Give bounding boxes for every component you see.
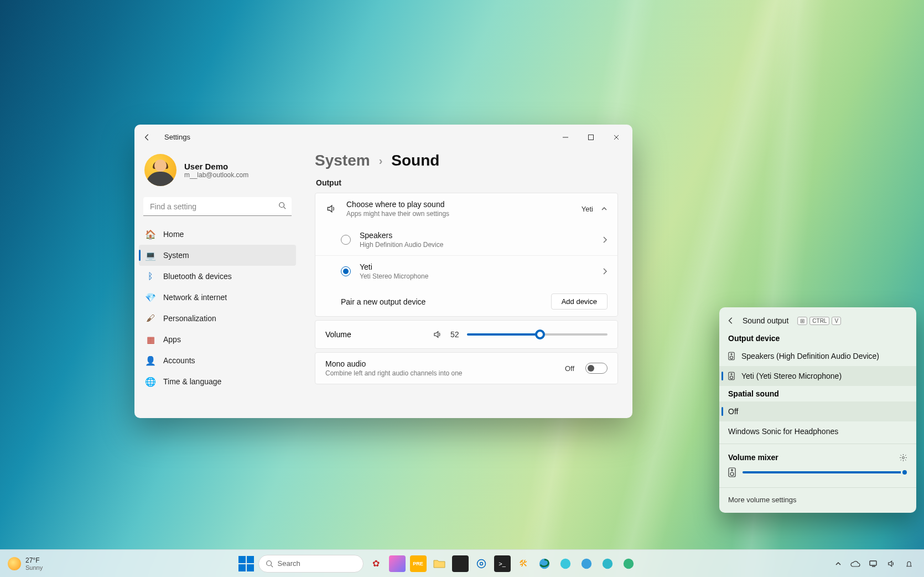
volume-label: Volume <box>325 330 425 339</box>
mixer-slider[interactable] <box>743 471 907 473</box>
search-icon <box>278 202 286 209</box>
network-icon[interactable] <box>868 559 880 569</box>
nav-icon: ᛒ <box>146 271 155 281</box>
speaker-icon[interactable] <box>433 329 443 339</box>
device-sub: High Definition Audio Device <box>360 241 593 249</box>
edge-icon[interactable] <box>578 555 595 572</box>
device-name: Speakers <box>360 231 593 240</box>
svg-point-14 <box>730 472 734 476</box>
edge-icon[interactable] <box>599 555 616 572</box>
search-input[interactable] <box>143 197 292 216</box>
nav-list: 🏠Home💻SystemᛒBluetooth & devices💎Network… <box>139 224 296 414</box>
sound-output-flyout: Sound output ⊞ CTRL V Output device Spea… <box>719 307 916 513</box>
weather-widget[interactable]: 27°F Sunny <box>0 557 50 571</box>
taskbar-app-icon[interactable]: PRE <box>410 555 427 572</box>
taskbar-app-icon[interactable]: ✿ <box>368 555 385 572</box>
flyout-spatial-item[interactable]: Windows Sonic for Headphones <box>719 421 916 441</box>
taskbar: 27°F Sunny Search ✿ PRE >_ 🛠 <box>0 549 924 577</box>
device-sub: Yeti Stereo Microphone <box>360 272 593 280</box>
svg-rect-25 <box>870 561 876 565</box>
taskbar-search-placeholder: Search <box>278 559 300 568</box>
radio-icon[interactable] <box>341 266 351 276</box>
maximize-button[interactable] <box>578 128 604 146</box>
win-key-icon: ⊞ <box>797 317 807 325</box>
flyout-spatial-item[interactable]: Off <box>719 401 916 421</box>
sidebar-item-personalization[interactable]: 🖌Personalization <box>139 308 296 329</box>
mono-card: Mono audio Combine left and right audio … <box>315 352 618 384</box>
flyout-spatial-label: Off <box>728 407 738 416</box>
nav-label: Apps <box>163 335 181 344</box>
volume-icon[interactable] <box>885 558 897 569</box>
svg-line-17 <box>271 565 273 567</box>
output-device-row[interactable]: Yeti Yeti Stereo Microphone <box>315 255 617 287</box>
nav-icon: 🌐 <box>146 377 155 387</box>
svg-point-7 <box>730 356 733 359</box>
sidebar: User Demo m__lab@outlook.com 🏠Home💻Syste… <box>134 150 300 418</box>
sidebar-item-network-internet[interactable]: 💎Network & internet <box>139 287 296 308</box>
flyout-back-button[interactable] <box>727 317 737 324</box>
weather-desc: Sunny <box>25 564 43 571</box>
nav-icon: ▦ <box>146 334 155 344</box>
taskbar-center: Search ✿ PRE >_ 🛠 <box>50 555 824 573</box>
svg-point-22 <box>581 558 591 568</box>
chevron-right-icon[interactable] <box>602 268 608 275</box>
sidebar-item-bluetooth-devices[interactable]: ᛒBluetooth & devices <box>139 266 296 287</box>
start-button[interactable] <box>238 556 254 571</box>
mono-toggle[interactable] <box>585 363 608 374</box>
svg-point-12 <box>902 456 905 458</box>
file-explorer-icon[interactable] <box>431 555 448 572</box>
nav-icon: 👤 <box>146 356 155 365</box>
sidebar-item-system[interactable]: 💻System <box>139 245 296 266</box>
onedrive-icon[interactable] <box>849 559 862 568</box>
sidebar-item-accounts[interactable]: 👤Accounts <box>139 350 296 371</box>
selected-output-value: Yeti <box>582 205 593 213</box>
speaker-icon <box>325 203 338 214</box>
minimize-button[interactable] <box>553 128 578 146</box>
flyout-device-item[interactable]: Yeti (Yeti Stereo Microphone) <box>719 366 916 386</box>
add-device-button[interactable]: Add device <box>551 293 608 310</box>
device-icon <box>728 372 735 380</box>
edge-icon[interactable] <box>557 555 574 572</box>
search-box[interactable] <box>143 197 292 216</box>
output-card: Choose where to play sound Apps might ha… <box>315 193 618 317</box>
mono-state: Off <box>565 364 574 373</box>
radio-icon[interactable] <box>341 235 351 245</box>
close-button[interactable] <box>604 128 629 146</box>
edge-icon[interactable] <box>536 555 553 572</box>
volume-value: 52 <box>450 330 459 339</box>
nav-label: Network & internet <box>163 293 227 302</box>
shortcut-hint: ⊞ CTRL V <box>797 317 841 325</box>
profile[interactable]: User Demo m__lab@outlook.com <box>139 150 296 194</box>
edge-icon[interactable] <box>620 555 637 572</box>
gear-icon[interactable] <box>899 454 907 462</box>
mono-sub: Combine left and right audio channels in… <box>325 369 556 377</box>
taskbar-app-icon[interactable]: 🛠 <box>515 555 532 572</box>
volume-slider[interactable] <box>467 333 608 336</box>
sun-icon <box>8 557 21 570</box>
chevron-right-icon[interactable] <box>602 236 608 243</box>
more-volume-settings[interactable]: More volume settings <box>719 490 916 509</box>
choose-output-sub: Apps might have their own settings <box>346 210 573 218</box>
pair-device-row: Pair a new output device Add device <box>315 287 617 316</box>
choose-output-row[interactable]: Choose where to play sound Apps might ha… <box>315 193 617 224</box>
tray-chevron-icon[interactable] <box>833 559 843 568</box>
taskbar-app-icon[interactable] <box>389 555 406 572</box>
back-button[interactable] <box>143 133 157 141</box>
nav-icon: 💎 <box>146 292 155 302</box>
nav-label: Bluetooth & devices <box>163 272 232 281</box>
breadcrumb-root[interactable]: System <box>315 152 370 169</box>
sidebar-item-time-language[interactable]: 🌐Time & language <box>139 371 296 392</box>
svg-point-18 <box>480 562 482 565</box>
output-device-row[interactable]: Speakers High Definition Audio Device <box>315 224 617 255</box>
sidebar-item-home[interactable]: 🏠Home <box>139 224 296 245</box>
mixer-title: Volume mixer <box>728 453 899 462</box>
volume-card: Volume 52 <box>315 320 618 349</box>
flyout-device-item[interactable]: Speakers (High Definition Audio Device) <box>719 346 916 366</box>
weather-temp: 27°F <box>25 557 43 564</box>
settings-icon[interactable] <box>473 555 490 572</box>
notifications-icon[interactable] <box>903 558 915 569</box>
terminal-icon[interactable]: >_ <box>494 555 511 572</box>
taskbar-search[interactable]: Search <box>258 555 364 573</box>
sidebar-item-apps[interactable]: ▦Apps <box>139 329 296 350</box>
taskbar-app-icon[interactable] <box>452 555 469 572</box>
